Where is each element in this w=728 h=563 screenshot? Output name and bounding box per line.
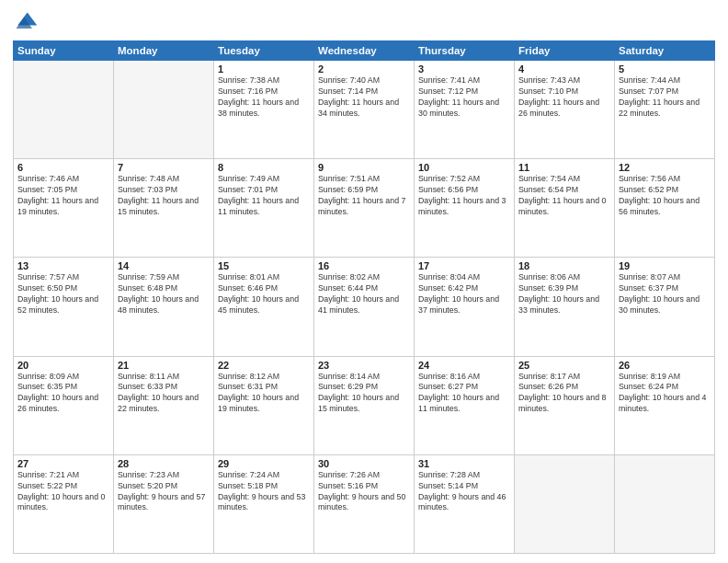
cell-info: Sunrise: 8:11 AMSunset: 6:33 PMDaylight:… [118, 372, 210, 416]
calendar-cell: 13Sunrise: 7:57 AMSunset: 6:50 PMDayligh… [14, 258, 114, 356]
day-number: 22 [218, 360, 310, 371]
cell-info: Sunrise: 8:01 AMSunset: 6:46 PMDaylight:… [218, 272, 310, 316]
header [13, 9, 715, 35]
day-number: 8 [218, 162, 310, 173]
cell-info: Sunrise: 8:07 AMSunset: 6:37 PMDaylight:… [619, 272, 711, 316]
day-number: 24 [418, 360, 510, 371]
calendar-cell [615, 454, 715, 553]
cell-info: Sunrise: 7:24 AMSunset: 5:18 PMDaylight:… [218, 470, 310, 514]
weekday-header-saturday: Saturday [615, 41, 715, 61]
calendar-cell: 2Sunrise: 7:40 AMSunset: 7:14 PMDaylight… [314, 61, 415, 159]
calendar-cell: 8Sunrise: 7:49 AMSunset: 7:01 PMDaylight… [214, 159, 314, 258]
weekday-header-friday: Friday [515, 41, 615, 61]
cell-info: Sunrise: 8:14 AMSunset: 6:29 PMDaylight:… [318, 372, 410, 416]
calendar-cell [515, 454, 615, 553]
calendar-week-2: 6Sunrise: 7:46 AMSunset: 7:05 PMDaylight… [14, 159, 715, 258]
day-number: 12 [619, 162, 711, 173]
calendar-cell: 24Sunrise: 8:16 AMSunset: 6:27 PMDayligh… [415, 356, 515, 454]
day-number: 27 [17, 458, 109, 469]
day-number: 5 [619, 63, 711, 75]
calendar-cell: 4Sunrise: 7:43 AMSunset: 7:10 PMDaylight… [515, 61, 615, 159]
calendar-cell: 14Sunrise: 7:59 AMSunset: 6:48 PMDayligh… [114, 258, 214, 356]
cell-info: Sunrise: 7:38 AMSunset: 7:16 PMDaylight:… [218, 75, 310, 120]
calendar-cell: 7Sunrise: 7:48 AMSunset: 7:03 PMDaylight… [114, 159, 214, 258]
day-number: 10 [418, 162, 510, 173]
calendar-cell: 30Sunrise: 7:26 AMSunset: 5:16 PMDayligh… [314, 454, 415, 553]
page: SundayMondayTuesdayWednesdayThursdayFrid… [0, 0, 728, 563]
day-number: 1 [218, 63, 310, 75]
day-number: 31 [418, 458, 510, 469]
cell-info: Sunrise: 7:57 AMSunset: 6:50 PMDaylight:… [17, 272, 109, 316]
cell-info: Sunrise: 7:43 AMSunset: 7:10 PMDaylight:… [518, 75, 610, 120]
calendar-table: SundayMondayTuesdayWednesdayThursdayFrid… [13, 40, 715, 554]
day-number: 9 [318, 162, 410, 173]
calendar-cell: 3Sunrise: 7:41 AMSunset: 7:12 PMDaylight… [415, 61, 515, 159]
day-number: 26 [619, 360, 711, 371]
weekday-header-row: SundayMondayTuesdayWednesdayThursdayFrid… [14, 41, 715, 61]
calendar-cell: 17Sunrise: 8:04 AMSunset: 6:42 PMDayligh… [415, 258, 515, 356]
day-number: 20 [17, 360, 109, 371]
day-number: 15 [218, 260, 310, 271]
calendar-week-3: 13Sunrise: 7:57 AMSunset: 6:50 PMDayligh… [14, 258, 715, 356]
calendar-cell: 21Sunrise: 8:11 AMSunset: 6:33 PMDayligh… [114, 356, 214, 454]
calendar-cell: 26Sunrise: 8:19 AMSunset: 6:24 PMDayligh… [615, 356, 715, 454]
weekday-header-wednesday: Wednesday [314, 41, 415, 61]
logo [13, 9, 42, 35]
day-number: 25 [518, 360, 610, 371]
calendar-cell: 18Sunrise: 8:06 AMSunset: 6:39 PMDayligh… [515, 258, 615, 356]
day-number: 19 [619, 260, 711, 271]
cell-info: Sunrise: 7:23 AMSunset: 5:20 PMDaylight:… [118, 470, 210, 514]
logo-icon [13, 9, 39, 35]
cell-info: Sunrise: 7:59 AMSunset: 6:48 PMDaylight:… [118, 272, 210, 316]
day-number: 7 [118, 162, 210, 173]
calendar-cell: 5Sunrise: 7:44 AMSunset: 7:07 PMDaylight… [615, 61, 715, 159]
day-number: 11 [518, 162, 610, 173]
cell-info: Sunrise: 7:46 AMSunset: 7:05 PMDaylight:… [17, 174, 109, 218]
cell-info: Sunrise: 7:26 AMSunset: 5:16 PMDaylight:… [318, 470, 410, 514]
cell-info: Sunrise: 7:51 AMSunset: 6:59 PMDaylight:… [318, 174, 410, 218]
day-number: 3 [418, 63, 510, 75]
calendar-week-4: 20Sunrise: 8:09 AMSunset: 6:35 PMDayligh… [14, 356, 715, 454]
cell-info: Sunrise: 7:21 AMSunset: 5:22 PMDaylight:… [17, 470, 109, 514]
calendar-cell: 15Sunrise: 8:01 AMSunset: 6:46 PMDayligh… [214, 258, 314, 356]
weekday-header-thursday: Thursday [415, 41, 515, 61]
cell-info: Sunrise: 8:17 AMSunset: 6:26 PMDaylight:… [518, 372, 610, 416]
cell-info: Sunrise: 8:12 AMSunset: 6:31 PMDaylight:… [218, 372, 310, 416]
cell-info: Sunrise: 7:52 AMSunset: 6:56 PMDaylight:… [418, 174, 510, 218]
calendar-week-1: 1Sunrise: 7:38 AMSunset: 7:16 PMDaylight… [14, 61, 715, 159]
cell-info: Sunrise: 7:28 AMSunset: 5:14 PMDaylight:… [418, 470, 510, 514]
day-number: 23 [318, 360, 410, 371]
calendar-cell: 29Sunrise: 7:24 AMSunset: 5:18 PMDayligh… [214, 454, 314, 553]
cell-info: Sunrise: 7:56 AMSunset: 6:52 PMDaylight:… [619, 174, 711, 218]
calendar-cell: 6Sunrise: 7:46 AMSunset: 7:05 PMDaylight… [14, 159, 114, 258]
weekday-header-monday: Monday [114, 41, 214, 61]
day-number: 14 [118, 260, 210, 271]
day-number: 30 [318, 458, 410, 469]
calendar-cell: 11Sunrise: 7:54 AMSunset: 6:54 PMDayligh… [515, 159, 615, 258]
cell-info: Sunrise: 7:40 AMSunset: 7:14 PMDaylight:… [318, 75, 410, 120]
day-number: 6 [17, 162, 109, 173]
calendar-cell: 9Sunrise: 7:51 AMSunset: 6:59 PMDaylight… [314, 159, 415, 258]
weekday-header-tuesday: Tuesday [214, 41, 314, 61]
weekday-header-sunday: Sunday [14, 41, 114, 61]
cell-info: Sunrise: 7:49 AMSunset: 7:01 PMDaylight:… [218, 174, 310, 218]
day-number: 2 [318, 63, 410, 75]
calendar-cell: 20Sunrise: 8:09 AMSunset: 6:35 PMDayligh… [14, 356, 114, 454]
day-number: 13 [17, 260, 109, 271]
calendar-cell: 23Sunrise: 8:14 AMSunset: 6:29 PMDayligh… [314, 356, 415, 454]
day-number: 29 [218, 458, 310, 469]
cell-info: Sunrise: 8:02 AMSunset: 6:44 PMDaylight:… [318, 272, 410, 316]
calendar-cell: 19Sunrise: 8:07 AMSunset: 6:37 PMDayligh… [615, 258, 715, 356]
calendar-cell: 16Sunrise: 8:02 AMSunset: 6:44 PMDayligh… [314, 258, 415, 356]
cell-info: Sunrise: 7:44 AMSunset: 7:07 PMDaylight:… [619, 75, 711, 120]
cell-info: Sunrise: 8:06 AMSunset: 6:39 PMDaylight:… [518, 272, 610, 316]
calendar-cell: 27Sunrise: 7:21 AMSunset: 5:22 PMDayligh… [14, 454, 114, 553]
calendar-cell [14, 61, 114, 159]
day-number: 18 [518, 260, 610, 271]
calendar-week-5: 27Sunrise: 7:21 AMSunset: 5:22 PMDayligh… [14, 454, 715, 553]
cell-info: Sunrise: 8:04 AMSunset: 6:42 PMDaylight:… [418, 272, 510, 316]
cell-info: Sunrise: 8:19 AMSunset: 6:24 PMDaylight:… [619, 372, 711, 416]
day-number: 16 [318, 260, 410, 271]
cell-info: Sunrise: 7:54 AMSunset: 6:54 PMDaylight:… [518, 174, 610, 218]
calendar-cell: 10Sunrise: 7:52 AMSunset: 6:56 PMDayligh… [415, 159, 515, 258]
